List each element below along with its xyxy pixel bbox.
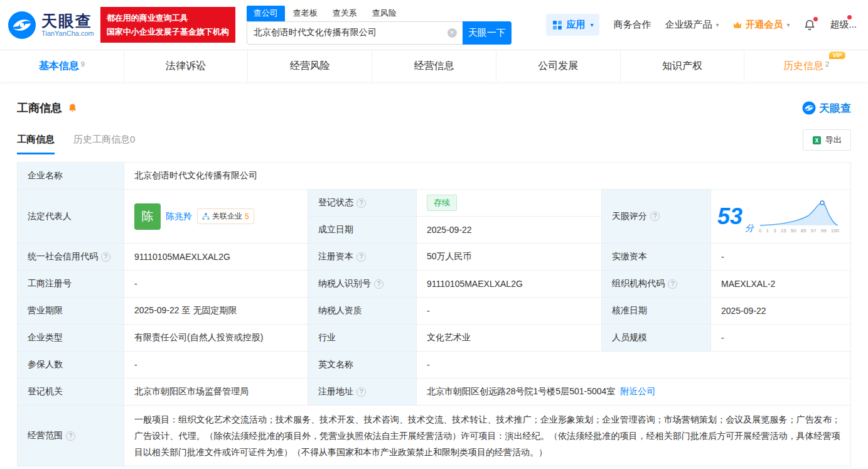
reg-number-value: - <box>124 271 308 298</box>
chevron-down-icon: ▾ <box>590 21 593 28</box>
search-tab-risk[interactable]: 查风险 <box>365 6 404 21</box>
apps-grid-icon <box>552 20 562 30</box>
taxpayer-id-value: 91110105MAEXLXAL2G <box>417 271 602 298</box>
establish-date-value: 2025-09-22 <box>417 217 602 244</box>
reg-capital-value: 50万人民币 <box>417 244 602 271</box>
taxpayer-id-label: 纳税人识别号 ? <box>308 271 417 298</box>
score-distribution-chart: 0131550859799100 <box>759 199 839 234</box>
business-term-label: 营业期限 <box>18 298 124 325</box>
score-value: 53 分 0131550859799100 <box>711 190 851 244</box>
export-label: 导出 <box>825 134 842 146</box>
help-icon[interactable]: ? <box>374 279 383 289</box>
help-icon[interactable]: ? <box>356 387 366 397</box>
excel-icon <box>812 136 822 145</box>
main-content: 工商信息 天眼查 工商信息 历史工商信息0 导出 <box>0 100 868 466</box>
company-name-label: 企业名称 <box>18 163 124 190</box>
nav-open-membership[interactable]: 开通会员 ▾ <box>732 19 790 31</box>
search-tab-company[interactable]: 查公司 <box>247 6 285 21</box>
search-button[interactable]: 天眼一下 <box>463 21 512 45</box>
business-cooperation-label: 商务合作 <box>613 19 651 31</box>
reg-authority-value: 北京市朝阳区市场监督管理局 <box>124 379 308 406</box>
search-tab-boss[interactable]: 查老板 <box>286 6 324 21</box>
apps-menu[interactable]: 应用 ▾ <box>546 14 599 36</box>
tab-history-info-count: 2 <box>825 60 829 68</box>
super-label: 超级... <box>830 19 857 31</box>
top-header: 天眼查 TianYanCha.com 都在用的商业查询工具 国家中小企业发展子基… <box>0 0 868 50</box>
tab-operation-info-label: 经营信息 <box>414 60 454 73</box>
subtab-history-business-info[interactable]: 历史工商信息0 <box>73 134 135 154</box>
establish-date-label: 成立日期 <box>308 217 417 244</box>
reg-number-label: 工商注册号 <box>18 271 124 298</box>
tab-basic-info[interactable]: 基本信息 9 <box>0 50 124 82</box>
tab-company-development[interactable]: 公司发展 <box>496 50 620 82</box>
crown-icon <box>732 21 742 29</box>
search-tabs: 查公司 查老板 查关系 查风险 <box>247 6 512 21</box>
help-icon[interactable]: ? <box>66 431 75 441</box>
notification-dot <box>813 17 818 21</box>
header-nav: 应用 ▾ 商务合作 企业级产品 ▾ 开通会员 ▾ 超级... <box>546 14 857 36</box>
tianyancha-watermark: 天眼查 <box>802 101 851 116</box>
tab-intellectual-property[interactable]: 知识产权 <box>620 50 744 82</box>
credit-code-label: 统一社会信用代码 ? <box>18 244 124 271</box>
taxpayer-quality-label: 纳税人资质 <box>308 298 417 325</box>
export-button[interactable]: 导出 <box>803 129 851 151</box>
legal-rep-label: 法定代表人 <box>18 190 124 244</box>
tab-operation-risk[interactable]: 经营风险 <box>247 50 372 82</box>
enterprise-products-label: 企业级产品 <box>665 19 712 31</box>
section-tabs: 基本信息 9 法律诉讼 经营风险 经营信息 公司发展 知识产权 历史信息 2 V… <box>0 50 868 82</box>
help-icon[interactable]: ? <box>356 252 366 262</box>
related-companies-count: 5 <box>245 212 249 221</box>
status-badge: 存续 <box>427 195 457 211</box>
nav-enterprise-products[interactable]: 企业级产品 ▾ <box>665 19 719 31</box>
tab-basic-info-count: 9 <box>81 60 85 68</box>
reg-address-label: 注册地址 ? <box>308 379 417 406</box>
related-companies-badge[interactable]: 关联企业 5 <box>197 208 254 224</box>
tab-legal-litigation[interactable]: 法律诉讼 <box>124 50 248 82</box>
search-input[interactable] <box>247 21 463 45</box>
nearby-companies-link[interactable]: 附近公司 <box>620 386 655 397</box>
tab-history-info[interactable]: 历史信息 2 VIP <box>744 50 868 82</box>
company-type-value: 有限责任公司(自然人投资或控股) <box>124 325 308 352</box>
help-icon[interactable]: ? <box>356 198 366 208</box>
logo-subtitle: TianYanCha.com <box>41 30 94 37</box>
score-unit: 分 <box>745 223 754 234</box>
paid-capital-label: 实缴资本 <box>602 244 711 271</box>
subtab-business-info[interactable]: 工商信息 <box>17 134 55 154</box>
tab-company-development-label: 公司发展 <box>538 60 578 73</box>
chevron-down-icon: ▾ <box>715 21 719 28</box>
notification-bell-icon[interactable] <box>803 19 816 31</box>
search-tab-relation[interactable]: 查关系 <box>326 6 364 21</box>
related-companies-label: 关联企业 <box>212 211 242 222</box>
tab-intellectual-property-label: 知识产权 <box>662 60 702 73</box>
company-name-value: 北京创语时代文化传播有限公司 <box>124 163 851 190</box>
site-logo[interactable]: 天眼查 TianYanCha.com <box>8 11 94 40</box>
help-icon[interactable]: ? <box>101 252 110 262</box>
tab-legal-litigation-label: 法律诉讼 <box>166 60 206 73</box>
company-type-label: 企业类型 <box>18 325 124 352</box>
business-scope-value: 一般项目：组织文化艺术交流活动；技术服务、技术开发、技术咨询、技术交流、技术转让… <box>124 406 851 466</box>
legal-rep-avatar[interactable]: 陈 <box>134 203 161 230</box>
credit-code-value: 91110105MAEXLXAL2G <box>124 244 308 271</box>
english-name-value: - <box>417 352 851 379</box>
approval-date-value: 2025-09-22 <box>711 298 851 325</box>
tianyancha-logo-icon <box>8 11 36 40</box>
legal-rep-name-link[interactable]: 陈兆羚 <box>166 211 192 222</box>
staff-size-label: 人员规模 <box>602 325 711 352</box>
subscribe-bell-icon[interactable] <box>67 103 78 114</box>
approval-date-label: 核准日期 <box>602 298 711 325</box>
reg-address-text: 北京市朝阳区创远路28号院1号楼5层501-5004室 <box>427 386 615 397</box>
business-term-value: 2025-09-22 至 无固定期限 <box>124 298 308 325</box>
org-code-label: 组织机构代码 ? <box>602 271 711 298</box>
clear-search-icon[interactable]: ✕ <box>447 28 457 38</box>
industry-value: 文化艺术业 <box>417 325 602 352</box>
watermark-label: 天眼查 <box>819 101 851 116</box>
nav-business-cooperation[interactable]: 商务合作 <box>613 19 651 31</box>
help-icon[interactable]: ? <box>650 212 660 221</box>
nav-super[interactable]: 超级... <box>830 19 857 31</box>
tab-operation-info[interactable]: 经营信息 <box>372 50 496 82</box>
taxpayer-quality-value: - <box>417 298 602 325</box>
reg-status-value: 存续 <box>417 190 602 217</box>
score-axis: 0131550859799100 <box>759 228 839 234</box>
english-name-label: 英文名称 <box>308 352 417 379</box>
help-icon[interactable]: ? <box>668 279 677 289</box>
